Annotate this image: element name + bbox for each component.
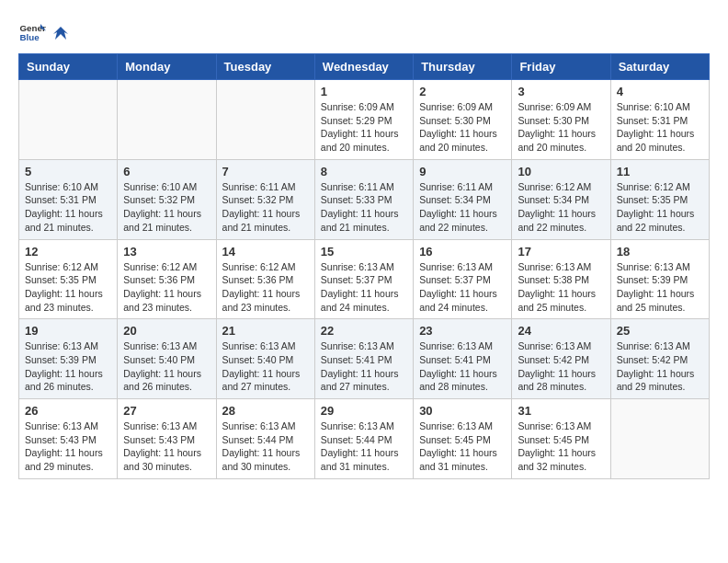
day-number: 9 bbox=[419, 165, 506, 178]
day-content: Sunrise: 6:13 AM Sunset: 5:43 PM Dayligh… bbox=[25, 419, 111, 474]
day-content: Sunrise: 6:13 AM Sunset: 5:44 PM Dayligh… bbox=[321, 419, 407, 474]
day-content: Sunrise: 6:13 AM Sunset: 5:38 PM Dayligh… bbox=[518, 260, 604, 315]
calendar-day-cell: 18Sunrise: 6:13 AM Sunset: 5:39 PM Dayli… bbox=[610, 239, 709, 319]
day-content: Sunrise: 6:13 AM Sunset: 5:45 PM Dayligh… bbox=[419, 419, 506, 474]
weekday-header-tuesday: Tuesday bbox=[216, 54, 314, 80]
day-content: Sunrise: 6:09 AM Sunset: 5:30 PM Dayligh… bbox=[419, 100, 506, 155]
day-number: 25 bbox=[617, 324, 703, 338]
day-number: 2 bbox=[419, 85, 506, 98]
day-number: 29 bbox=[321, 404, 407, 418]
weekday-header-wednesday: Wednesday bbox=[314, 54, 413, 80]
day-number: 13 bbox=[123, 245, 210, 259]
day-number: 1 bbox=[321, 85, 407, 98]
day-number: 21 bbox=[222, 324, 309, 338]
calendar-day-cell: 15Sunrise: 6:13 AM Sunset: 5:37 PM Dayli… bbox=[314, 239, 413, 319]
logo: General Blue bbox=[18, 18, 70, 46]
calendar-day-cell: 14Sunrise: 6:12 AM Sunset: 5:36 PM Dayli… bbox=[216, 239, 314, 319]
day-content: Sunrise: 6:13 AM Sunset: 5:37 PM Dayligh… bbox=[419, 260, 506, 315]
calendar-day-cell: 30Sunrise: 6:13 AM Sunset: 5:45 PM Dayli… bbox=[414, 399, 512, 479]
calendar-day-cell: 24Sunrise: 6:13 AM Sunset: 5:42 PM Dayli… bbox=[512, 319, 610, 399]
calendar-week-row: 5Sunrise: 6:10 AM Sunset: 5:31 PM Daylig… bbox=[19, 159, 710, 239]
calendar-week-row: 12Sunrise: 6:12 AM Sunset: 5:35 PM Dayli… bbox=[19, 239, 710, 319]
day-number: 10 bbox=[518, 165, 604, 178]
day-number: 5 bbox=[25, 165, 111, 178]
calendar-day-cell: 4Sunrise: 6:10 AM Sunset: 5:31 PM Daylig… bbox=[610, 80, 709, 160]
day-number: 4 bbox=[617, 85, 703, 98]
calendar-day-cell: 17Sunrise: 6:13 AM Sunset: 5:38 PM Dayli… bbox=[512, 239, 610, 319]
calendar-day-cell: 16Sunrise: 6:13 AM Sunset: 5:37 PM Dayli… bbox=[414, 239, 512, 319]
day-content: Sunrise: 6:11 AM Sunset: 5:32 PM Dayligh… bbox=[222, 180, 309, 235]
day-content: Sunrise: 6:13 AM Sunset: 5:42 PM Dayligh… bbox=[617, 339, 703, 394]
calendar-empty-cell bbox=[216, 80, 314, 160]
weekday-header-friday: Friday bbox=[512, 54, 610, 80]
day-content: Sunrise: 6:13 AM Sunset: 5:41 PM Dayligh… bbox=[419, 339, 506, 394]
day-content: Sunrise: 6:10 AM Sunset: 5:31 PM Dayligh… bbox=[25, 180, 111, 235]
calendar-day-cell: 9Sunrise: 6:11 AM Sunset: 5:34 PM Daylig… bbox=[414, 159, 512, 239]
calendar-day-cell: 26Sunrise: 6:13 AM Sunset: 5:43 PM Dayli… bbox=[19, 399, 118, 479]
day-number: 16 bbox=[419, 245, 506, 259]
day-content: Sunrise: 6:13 AM Sunset: 5:37 PM Dayligh… bbox=[321, 260, 407, 315]
day-number: 30 bbox=[419, 404, 506, 418]
calendar-empty-cell bbox=[19, 80, 118, 160]
day-content: Sunrise: 6:13 AM Sunset: 5:45 PM Dayligh… bbox=[518, 419, 604, 474]
weekday-header-monday: Monday bbox=[118, 54, 216, 80]
calendar-table: SundayMondayTuesdayWednesdayThursdayFrid… bbox=[18, 53, 710, 479]
day-number: 20 bbox=[123, 324, 210, 338]
day-number: 14 bbox=[222, 245, 309, 259]
day-content: Sunrise: 6:13 AM Sunset: 5:43 PM Dayligh… bbox=[123, 419, 210, 474]
calendar-empty-cell bbox=[118, 80, 216, 160]
day-content: Sunrise: 6:13 AM Sunset: 5:39 PM Dayligh… bbox=[617, 260, 703, 315]
calendar-day-cell: 12Sunrise: 6:12 AM Sunset: 5:35 PM Dayli… bbox=[19, 239, 118, 319]
day-content: Sunrise: 6:12 AM Sunset: 5:36 PM Dayligh… bbox=[222, 260, 309, 315]
weekday-header-sunday: Sunday bbox=[19, 54, 118, 80]
calendar-day-cell: 27Sunrise: 6:13 AM Sunset: 5:43 PM Dayli… bbox=[118, 399, 216, 479]
calendar-day-cell: 19Sunrise: 6:13 AM Sunset: 5:39 PM Dayli… bbox=[19, 319, 118, 399]
day-number: 31 bbox=[518, 404, 604, 418]
day-content: Sunrise: 6:13 AM Sunset: 5:42 PM Dayligh… bbox=[518, 339, 604, 394]
day-number: 17 bbox=[518, 245, 604, 259]
day-number: 8 bbox=[321, 165, 407, 178]
day-number: 24 bbox=[518, 324, 604, 338]
calendar-day-cell: 7Sunrise: 6:11 AM Sunset: 5:32 PM Daylig… bbox=[216, 159, 314, 239]
day-content: Sunrise: 6:09 AM Sunset: 5:29 PM Dayligh… bbox=[321, 100, 407, 155]
calendar-day-cell: 25Sunrise: 6:13 AM Sunset: 5:42 PM Dayli… bbox=[610, 319, 709, 399]
calendar-day-cell: 8Sunrise: 6:11 AM Sunset: 5:33 PM Daylig… bbox=[314, 159, 413, 239]
calendar-day-cell: 3Sunrise: 6:09 AM Sunset: 5:30 PM Daylig… bbox=[512, 80, 610, 160]
weekday-header-saturday: Saturday bbox=[610, 54, 709, 80]
day-content: Sunrise: 6:12 AM Sunset: 5:35 PM Dayligh… bbox=[25, 260, 111, 315]
calendar-day-cell: 1Sunrise: 6:09 AM Sunset: 5:29 PM Daylig… bbox=[314, 80, 413, 160]
day-content: Sunrise: 6:12 AM Sunset: 5:34 PM Dayligh… bbox=[518, 180, 604, 235]
day-number: 27 bbox=[123, 404, 210, 418]
day-content: Sunrise: 6:11 AM Sunset: 5:34 PM Dayligh… bbox=[419, 180, 506, 235]
calendar-empty-cell bbox=[610, 399, 709, 479]
weekday-header-row: SundayMondayTuesdayWednesdayThursdayFrid… bbox=[19, 54, 710, 80]
day-content: Sunrise: 6:12 AM Sunset: 5:36 PM Dayligh… bbox=[123, 260, 210, 315]
calendar-day-cell: 5Sunrise: 6:10 AM Sunset: 5:31 PM Daylig… bbox=[19, 159, 118, 239]
day-number: 11 bbox=[617, 165, 703, 178]
day-number: 28 bbox=[222, 404, 309, 418]
day-number: 12 bbox=[25, 245, 111, 259]
calendar-day-cell: 2Sunrise: 6:09 AM Sunset: 5:30 PM Daylig… bbox=[414, 80, 512, 160]
calendar-day-cell: 6Sunrise: 6:10 AM Sunset: 5:32 PM Daylig… bbox=[118, 159, 216, 239]
day-content: Sunrise: 6:13 AM Sunset: 5:39 PM Dayligh… bbox=[25, 339, 111, 394]
calendar-day-cell: 28Sunrise: 6:13 AM Sunset: 5:44 PM Dayli… bbox=[216, 399, 314, 479]
calendar-day-cell: 23Sunrise: 6:13 AM Sunset: 5:41 PM Dayli… bbox=[414, 319, 512, 399]
day-content: Sunrise: 6:09 AM Sunset: 5:30 PM Dayligh… bbox=[518, 100, 604, 155]
day-number: 6 bbox=[123, 165, 210, 178]
day-content: Sunrise: 6:13 AM Sunset: 5:44 PM Dayligh… bbox=[222, 419, 309, 474]
day-number: 19 bbox=[25, 324, 111, 338]
svg-text:Blue: Blue bbox=[20, 32, 40, 42]
day-number: 22 bbox=[321, 324, 407, 338]
calendar-day-cell: 10Sunrise: 6:12 AM Sunset: 5:34 PM Dayli… bbox=[512, 159, 610, 239]
calendar-week-row: 26Sunrise: 6:13 AM Sunset: 5:43 PM Dayli… bbox=[19, 399, 710, 479]
page-header: General Blue bbox=[18, 18, 710, 46]
day-content: Sunrise: 6:13 AM Sunset: 5:40 PM Dayligh… bbox=[222, 339, 309, 394]
day-content: Sunrise: 6:13 AM Sunset: 5:40 PM Dayligh… bbox=[123, 339, 210, 394]
calendar-day-cell: 13Sunrise: 6:12 AM Sunset: 5:36 PM Dayli… bbox=[118, 239, 216, 319]
day-content: Sunrise: 6:10 AM Sunset: 5:32 PM Dayligh… bbox=[123, 180, 210, 235]
day-number: 15 bbox=[321, 245, 407, 259]
calendar-day-cell: 31Sunrise: 6:13 AM Sunset: 5:45 PM Dayli… bbox=[512, 399, 610, 479]
day-content: Sunrise: 6:11 AM Sunset: 5:33 PM Dayligh… bbox=[321, 180, 407, 235]
logo-icon: General Blue bbox=[18, 18, 46, 46]
logo-bird-icon bbox=[51, 23, 70, 41]
